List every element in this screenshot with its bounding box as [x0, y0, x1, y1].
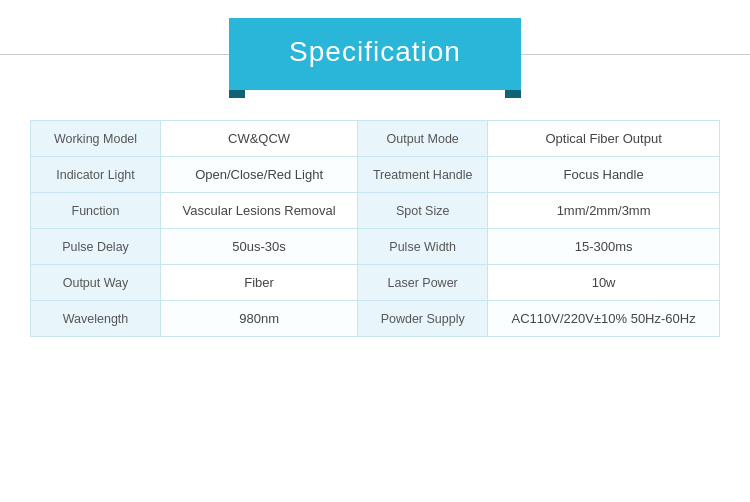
label-cell-2: Pulse Width: [358, 229, 488, 265]
label-cell-1: Pulse Delay: [31, 229, 161, 265]
value-cell-1: Fiber: [161, 265, 358, 301]
table-row: Indicator LightOpen/Close/Red LightTreat…: [31, 157, 720, 193]
label-cell-1: Indicator Light: [31, 157, 161, 193]
value-cell-1: 980nm: [161, 301, 358, 337]
spec-table: Working ModelCW&QCWOutput ModeOptical Fi…: [30, 120, 720, 337]
value-cell-2: 10w: [488, 265, 720, 301]
label-cell-2: Powder Supply: [358, 301, 488, 337]
label-cell-2: Spot Size: [358, 193, 488, 229]
header-section: Specification: [0, 18, 750, 90]
label-cell-1: Output Way: [31, 265, 161, 301]
label-cell-1: Function: [31, 193, 161, 229]
label-cell-2: Output Mode: [358, 121, 488, 157]
page-title: Specification: [289, 36, 461, 67]
value-cell-2: Optical Fiber Output: [488, 121, 720, 157]
spec-table-wrapper: Working ModelCW&QCWOutput ModeOptical Fi…: [30, 120, 720, 337]
label-cell-1: Wavelength: [31, 301, 161, 337]
label-cell-2: Laser Power: [358, 265, 488, 301]
table-row: FunctionVascular Lesions RemovalSpot Siz…: [31, 193, 720, 229]
value-cell-2: 1mm/2mm/3mm: [488, 193, 720, 229]
value-cell-1: 50us-30s: [161, 229, 358, 265]
title-badge: Specification: [229, 18, 521, 90]
page-wrapper: Specification Working ModelCW&QCWOutput …: [0, 0, 750, 502]
table-row: Working ModelCW&QCWOutput ModeOptical Fi…: [31, 121, 720, 157]
label-cell-2: Treatment Handle: [358, 157, 488, 193]
value-cell-1: CW&QCW: [161, 121, 358, 157]
label-cell-1: Working Model: [31, 121, 161, 157]
table-row: Wavelength980nmPowder SupplyAC110V/220V±…: [31, 301, 720, 337]
value-cell-2: Focus Handle: [488, 157, 720, 193]
value-cell-2: 15-300ms: [488, 229, 720, 265]
value-cell-1: Vascular Lesions Removal: [161, 193, 358, 229]
value-cell-1: Open/Close/Red Light: [161, 157, 358, 193]
table-row: Pulse Delay50us-30sPulse Width15-300ms: [31, 229, 720, 265]
table-row: Output WayFiberLaser Power10w: [31, 265, 720, 301]
value-cell-2: AC110V/220V±10% 50Hz-60Hz: [488, 301, 720, 337]
